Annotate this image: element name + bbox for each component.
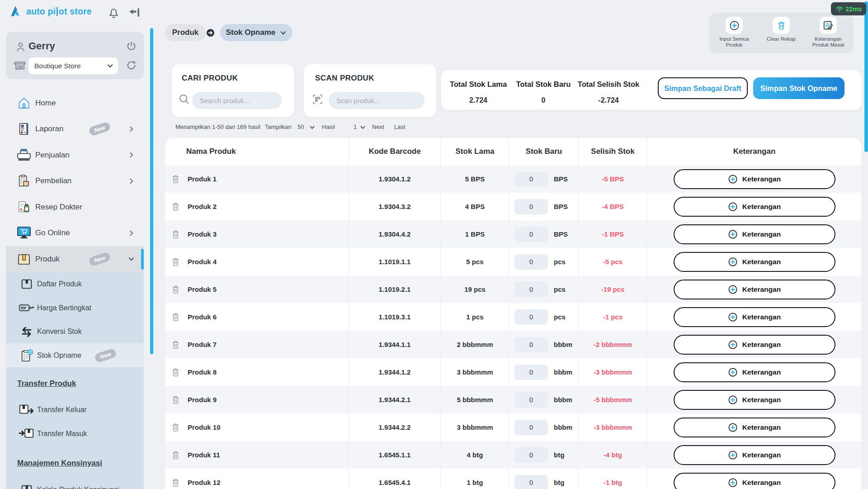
cell-keterangan: Keterangan	[647, 441, 861, 469]
pagination-last-button[interactable]: Last	[394, 123, 406, 130]
unit-label: BPS	[554, 203, 568, 210]
sidebar-subitem-stok-opname[interactable]: Stok OpnameNew	[6, 343, 144, 367]
table-row: Produk 101.9344.2.23 bbbmmmbbbm-3 bbbmmm…	[165, 413, 861, 441]
chevron-right-icon	[128, 230, 135, 237]
sidebar-item-produk[interactable]: ProdukNew	[6, 246, 144, 272]
keterangan-button[interactable]: Keterangan	[674, 252, 835, 272]
page-number-value[interactable]: 1	[354, 123, 357, 130]
pagination-next-button[interactable]: Next	[372, 123, 384, 130]
delete-row-icon[interactable]	[171, 395, 180, 405]
keterangan-button[interactable]: Keterangan	[674, 390, 835, 410]
delete-row-icon[interactable]	[171, 229, 180, 239]
scan-input[interactable]	[329, 92, 425, 109]
delete-row-icon[interactable]	[171, 174, 180, 184]
delete-row-icon[interactable]	[171, 285, 180, 294]
plus-circle-icon	[728, 340, 738, 350]
notifications-bell-icon[interactable]	[107, 6, 120, 19]
logout-power-icon[interactable]	[126, 41, 137, 52]
breadcrumb-produk[interactable]: Produk	[165, 24, 206, 41]
unit-label: bbbm	[554, 368, 572, 376]
page-scrollbar[interactable]	[864, 1, 868, 152]
stok-baru-input[interactable]	[514, 309, 548, 325]
save-draft-button[interactable]: Simpan Sebagai Draft	[658, 77, 748, 99]
table-row: Produk 91.9344.2.15 bbbmmmbbbm-5 bbbmmmK…	[165, 386, 861, 413]
page-size-chevron-icon[interactable]	[309, 124, 315, 130]
sidebar-item-kelola-produk-konsinyasi[interactable]: Kelola Produk Konsinyasi	[6, 478, 144, 489]
search-input[interactable]	[192, 92, 282, 109]
sidebar-item-pembelian[interactable]: Pembelian	[6, 168, 144, 195]
keterangan-button[interactable]: Keterangan	[674, 307, 835, 327]
keterangan-button[interactable]: Keterangan	[674, 197, 835, 217]
keterangan-button[interactable]: Keterangan	[674, 473, 835, 489]
stok-baru-input[interactable]	[514, 171, 548, 187]
delete-row-icon[interactable]	[171, 450, 180, 460]
page-size-value[interactable]: 50	[297, 123, 304, 130]
pagination-hasil-label: Hasil	[322, 123, 335, 130]
delete-row-icon[interactable]	[171, 312, 180, 322]
cell-stok-baru: BPS	[509, 220, 579, 248]
product-name: Produk 9	[188, 396, 217, 404]
trash-blue-icon[interactable]	[773, 17, 790, 34]
quick-action-input-semua-produk[interactable]: Input Semua Produk	[711, 17, 758, 53]
circle-plus-icon[interactable]	[726, 17, 743, 34]
sidebar-item-resep-dokter[interactable]: Resep Dokter	[6, 194, 144, 220]
sidebar-item-transfer-masuk[interactable]: Transfer Masuk	[6, 422, 144, 446]
sidebar-item-laporan[interactable]: LaporanNew	[6, 116, 144, 142]
collapse-sidebar-icon[interactable]	[127, 6, 141, 19]
store-select[interactable]: Boutique Store	[28, 57, 118, 74]
delete-row-icon[interactable]	[171, 478, 180, 488]
quick-actions-card: Input Semua ProdukClear RekapKeterangan …	[709, 13, 854, 53]
delete-row-icon[interactable]	[171, 340, 180, 350]
cell-stok-lama: 19 pcs	[441, 275, 509, 303]
delete-row-icon[interactable]	[171, 367, 180, 377]
plus-circle-icon	[728, 395, 738, 405]
sidebar-item-go-online[interactable]: Go Online	[6, 220, 144, 247]
keterangan-button[interactable]: Keterangan	[674, 224, 835, 244]
sidebar-item-home[interactable]: Home	[6, 90, 144, 116]
stok-baru-input[interactable]	[514, 254, 548, 270]
cell-keterangan: Keterangan	[647, 413, 861, 441]
keterangan-button[interactable]: Keterangan	[674, 169, 835, 189]
keterangan-button[interactable]: Keterangan	[674, 418, 835, 437]
keterangan-button[interactable]: Keterangan	[674, 335, 835, 355]
stok-baru-input[interactable]	[514, 420, 548, 435]
stok-baru-input[interactable]	[514, 282, 548, 297]
breadcrumb-stok-opname[interactable]: Stok Opname	[220, 24, 292, 41]
stok-lama-value: 3 bbbmmm	[457, 423, 493, 431]
save-stok-opname-button[interactable]: Simpan Stok Opname	[753, 77, 844, 99]
sidebar-item-transfer-keluar[interactable]: Transfer Keluar	[6, 398, 144, 422]
delete-row-icon[interactable]	[171, 423, 180, 432]
delete-row-icon[interactable]	[171, 202, 180, 212]
stok-baru-input[interactable]	[514, 227, 548, 242]
note-icon[interactable]	[820, 17, 837, 34]
barcode-value: 1.9344.2.1	[379, 396, 411, 404]
sidebar-subitem-konversi-stok[interactable]: Konversi Stok	[6, 320, 144, 344]
product-name: Produk 11	[188, 451, 220, 459]
refresh-icon[interactable]	[126, 60, 137, 71]
keterangan-button[interactable]: Keterangan	[674, 362, 835, 382]
sidebar-subitem-daftar-produk[interactable]: Daftar Produk	[6, 272, 144, 296]
barcode-value: 1.9304.1.2	[379, 175, 411, 183]
quick-action-keterangan-produk-masal[interactable]: Keterangan Produk Masal	[805, 17, 852, 53]
keterangan-button[interactable]: Keterangan	[674, 280, 835, 299]
keterangan-button[interactable]: Keterangan	[674, 445, 835, 465]
column-header-kode-barcode: Kode Barcode	[349, 138, 441, 165]
prescription-icon	[16, 200, 32, 214]
stok-baru-input[interactable]	[514, 475, 548, 489]
chevron-down-icon	[107, 62, 113, 69]
page-number-chevron-icon[interactable]	[360, 124, 366, 130]
stok-baru-input[interactable]	[514, 365, 548, 380]
barcode-value: 1.1019.1.1	[379, 258, 411, 266]
keterangan-button-label: Keterangan	[742, 396, 781, 404]
keterangan-button-label: Keterangan	[742, 313, 781, 321]
stok-baru-input[interactable]	[514, 447, 548, 463]
stok-baru-input[interactable]	[514, 392, 548, 408]
quick-action-clear-rekap[interactable]: Clear Rekap	[758, 17, 805, 53]
sidebar-item-penjualan[interactable]: Penjualan	[6, 142, 144, 168]
stok-baru-input[interactable]	[514, 199, 548, 214]
cell-nama-produk: Produk 7	[165, 331, 349, 358]
sidebar-subitem-harga-bertingkat[interactable]: RPHarga Bertingkat	[6, 296, 144, 320]
stok-baru-input[interactable]	[514, 337, 548, 352]
delete-row-icon[interactable]	[171, 257, 180, 267]
barcode-value: 1.9344.1.2	[379, 368, 411, 376]
